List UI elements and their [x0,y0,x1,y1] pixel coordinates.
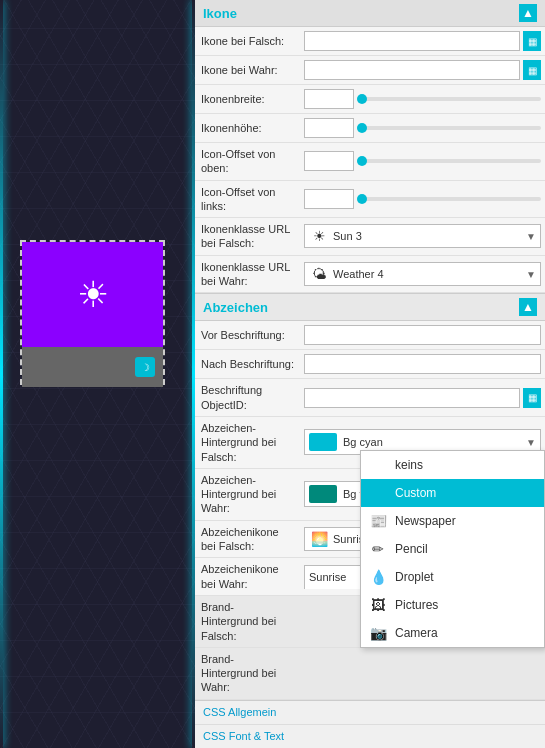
sun-icon-preview: ☀ [77,274,109,316]
ikonenbreite-controls [300,87,545,111]
ikonenklasse-falsch-controls: ☀ Sun 3 ▼ [300,222,545,250]
pictures-icon: 🖼 [369,597,387,613]
bg-teal-swatch [309,485,337,503]
abzeichen-hg-falsch-label: Abzeichen-Hintergrund bei Falsch: [195,419,300,466]
ikone-bei-wahr-row: Ikone bei Wahr: ▦ [195,56,545,85]
nach-beschriftung-row: Nach Beschriftung: [195,350,545,379]
ikone-collapse-button[interactable]: ▲ [519,4,537,22]
icon-offset-links-thumb [357,194,367,204]
newspaper-icon: 📰 [369,513,387,529]
badge-icon-small: ☽ [135,357,155,377]
ikonenklasse-falsch-arrow: ▼ [526,231,536,242]
beschriftung-objectid-row: Beschriftung ObjectID: ▦ [195,379,545,417]
abzeichen-collapse-button[interactable]: ▲ [519,298,537,316]
icon-offset-links-controls [300,187,545,211]
abzeichen-ikone-wahr-label: Abzeichenikone bei Wahr: [195,560,300,593]
ikone-section-header: Ikone ▲ [195,0,545,27]
dropdown-item-droplet[interactable]: 💧 Droplet [361,563,544,591]
abzeichen-ikone-falsch-label: Abzeichenikone bei Falsch: [195,523,300,556]
abzeichen-hg-falsch-arrow: ▼ [526,437,536,448]
dropdown-item-camera-label: Camera [395,626,438,640]
ikonenklasse-falsch-label: Ikonenklasse URL bei Falsch: [195,220,300,253]
pencil-icon: ✏ [369,541,387,557]
dropdown-item-keins[interactable]: keins [361,451,544,479]
ikonenbreite-thumb [357,94,367,104]
abzeichen-hg-wahr-label: Abzeichen-Hintergrund bei Wahr: [195,471,300,518]
ikonenhoehe-slider[interactable] [357,126,541,130]
dropdown-item-custom[interactable]: Custom [361,479,544,507]
icon-offset-links-input[interactable] [304,189,354,209]
icon-offset-links-slider[interactable] [357,197,541,201]
beschriftung-objectid-pick-button[interactable]: ▦ [523,388,541,408]
tab-css-font-text-label: CSS Font & Text [203,730,284,742]
dropdown-item-droplet-label: Droplet [395,570,434,584]
ikone-bei-falsch-controls: ▦ [300,29,545,53]
ikonenklasse-falsch-value: Sun 3 [333,230,522,242]
sun3-icon: ☀ [309,228,329,244]
ikone-bei-wahr-pick-button[interactable]: ▦ [523,60,541,80]
icon-offset-oben-controls [300,149,545,173]
ikonenbreite-input[interactable] [304,89,354,109]
ikone-bei-wahr-controls: ▦ [300,58,545,82]
ikonenklasse-wahr-dropdown[interactable]: 🌤 Weather 4 ▼ [304,262,541,286]
ikonenbreite-row: Ikonenbreite: [195,85,545,114]
dropdown-item-keins-label: keins [395,458,423,472]
ikone-title: Ikone [203,6,237,21]
beschriftung-objectid-controls: ▦ [300,386,545,410]
ikone-bei-falsch-pick-button[interactable]: ▦ [523,31,541,51]
beschriftung-objectid-input[interactable] [304,388,520,408]
ikonenklasse-wahr-controls: 🌤 Weather 4 ▼ [300,260,545,288]
tab-css-allgemein-label: CSS Allgemein [203,706,276,718]
ikone-bei-falsch-row: Ikone bei Falsch: ▦ [195,27,545,56]
icon-offset-oben-slider[interactable] [357,159,541,163]
abzeichen-title: Abzeichen [203,300,268,315]
ikonenklasse-wahr-value: Weather 4 [333,268,522,280]
brand-hg-falsch-label: Brand- Hintergrund bei Falsch: [195,598,300,645]
widget-footer: ☽ [22,347,163,387]
ikonenhoehe-row: Ikonenhöhe: [195,114,545,143]
brand-hg-wahr-controls [300,671,545,675]
bottom-tabs: CSS Allgemein CSS Font & Text CSS Hinter… [195,700,545,748]
ikonenklasse-wahr-label: Ikonenklasse URL bei Wahr: [195,258,300,291]
nach-beschriftung-label: Nach Beschriftung: [195,355,300,373]
bg-cyan-label: Bg cyan [343,436,520,448]
ikone-bei-falsch-label: Ikone bei Falsch: [195,32,300,50]
vor-beschriftung-row: Vor Beschriftung: [195,321,545,350]
brand-hg-wahr-row: Brand- Hintergrund bei Wahr: [195,648,545,700]
ikonenklasse-falsch-dropdown[interactable]: ☀ Sun 3 ▼ [304,224,541,248]
tab-css-font-text[interactable]: CSS Font & Text [195,725,545,748]
dropdown-item-camera[interactable]: 📷 Camera [361,619,544,647]
dropdown-item-newspaper[interactable]: 📰 Newspaper [361,507,544,535]
ikonenbreite-slider[interactable] [357,97,541,101]
dropdown-item-pencil[interactable]: ✏ Pencil [361,535,544,563]
ikonenhoehe-label: Ikonenhöhe: [195,119,300,137]
ikonenhoehe-thumb [357,123,367,133]
dropdown-item-newspaper-label: Newspaper [395,514,456,528]
brand-hg-wahr-label: Brand- Hintergrund bei Wahr: [195,650,300,697]
icon-offset-oben-label: Icon-Offset von oben: [195,145,300,178]
icon-offset-oben-input[interactable] [304,151,354,171]
bg-cyan-swatch [309,433,337,451]
sunrise-icon: 🌅 [309,531,329,547]
ikonenklasse-wahr-row: Ikonenklasse URL bei Wahr: 🌤 Weather 4 ▼ [195,256,545,294]
nach-beschriftung-input[interactable] [304,354,541,374]
ikone-bei-wahr-input[interactable] [304,60,520,80]
camera-icon: 📷 [369,625,387,641]
ikonenbreite-label: Ikonenbreite: [195,90,300,108]
dropdown-item-pictures[interactable]: 🖼 Pictures [361,591,544,619]
ikone-bei-wahr-label: Ikone bei Wahr: [195,61,300,79]
icon-offset-links-row: Icon-Offset von links: [195,181,545,219]
badge-moon-icon: ☽ [141,362,150,373]
weather4-icon: 🌤 [309,266,329,282]
widget-inner: ☀ [22,242,163,347]
right-wrapper: Ikone ▲ Ikone bei Falsch: ▦ Ikone bei Wa… [195,0,545,748]
droplet-icon: 💧 [369,569,387,585]
ikone-bei-falsch-input[interactable] [304,31,520,51]
left-glow-line [0,0,3,748]
vor-beschriftung-controls [300,323,545,347]
dropdown-item-pictures-label: Pictures [395,598,438,612]
vor-beschriftung-input[interactable] [304,325,541,345]
icon-offset-links-label: Icon-Offset von links: [195,183,300,216]
tab-css-allgemein[interactable]: CSS Allgemein [195,701,545,725]
ikonenhoehe-input[interactable] [304,118,354,138]
